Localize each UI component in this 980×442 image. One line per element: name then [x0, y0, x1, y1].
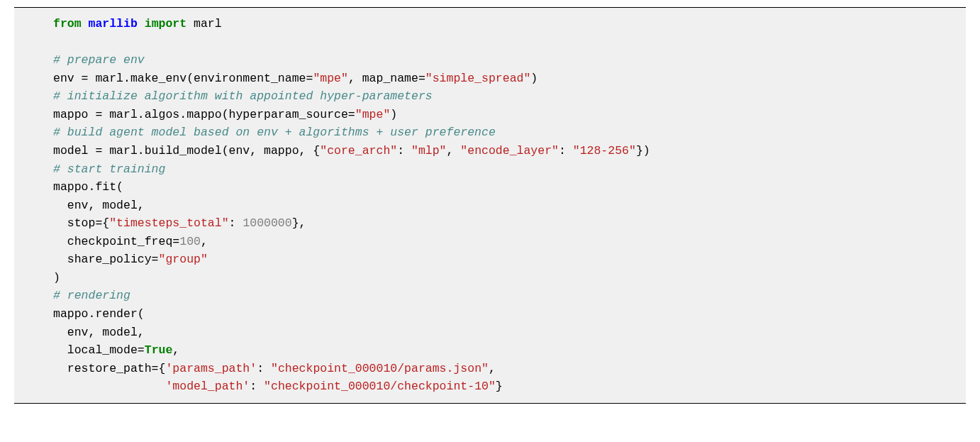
code-token: },	[292, 216, 306, 230]
code-token: )	[53, 271, 60, 284]
code-token: mappo = marl.algos.mappo(hyperparam_sour…	[53, 108, 355, 121]
code-token: "simple_spread"	[425, 72, 531, 85]
code-token: "128-256"	[573, 144, 636, 158]
code-token: })	[636, 144, 650, 158]
code-token: )	[530, 72, 538, 85]
code-token: # build agent model based on env + algor…	[53, 126, 496, 139]
code-token: "checkpoint_000010/params.json"	[271, 362, 489, 375]
code-token: from	[53, 17, 82, 31]
code-token: "mpe"	[355, 108, 391, 121]
code-token: # prepare env	[53, 53, 145, 67]
code-token: "core_arch"	[320, 144, 397, 158]
code-token: mappo.render(	[53, 307, 145, 321]
code-token: marl	[186, 17, 222, 31]
code-token: stop={	[53, 216, 109, 230]
code-token: "mpe"	[313, 72, 348, 85]
code-token: 1000000	[243, 216, 291, 230]
code-token: "encode_layer"	[460, 144, 559, 158]
code-token: mappo.fit(	[53, 180, 123, 194]
code-token: 100	[179, 235, 201, 248]
code-token: checkpoint_freq=	[53, 235, 179, 248]
code-token: env = marl.make_env(environment_name=	[53, 72, 313, 85]
code-token: ,	[172, 343, 179, 357]
code-token: ,	[489, 362, 496, 375]
code-token: restore_path={	[53, 362, 165, 375]
code-token: 'model_path'	[165, 380, 250, 393]
code-token: env, model,	[53, 326, 145, 339]
code-block: from marllib import marl # prepare env e…	[14, 7, 966, 404]
code-token: marllib	[89, 17, 138, 31]
code-token: # initialize algorithm with appointed hy…	[53, 89, 433, 103]
code-token: "checkpoint_000010/checkpoint-10"	[264, 380, 496, 393]
code-token	[53, 380, 165, 393]
code-token: model = marl.build_model(env, mappo, {	[53, 144, 320, 158]
code-token: # rendering	[53, 289, 130, 302]
code-token: , map_name=	[348, 72, 425, 85]
code-token	[138, 17, 145, 31]
code-token: # start training	[53, 162, 165, 176]
code-token: share_policy=	[53, 253, 159, 266]
code-token: }	[496, 380, 503, 393]
code-token: :	[397, 144, 411, 158]
code-token: True	[145, 343, 173, 357]
code-token: local_mode=	[53, 343, 145, 357]
code-token: "timesteps_total"	[109, 216, 228, 230]
code-token: 'params_path'	[165, 362, 257, 375]
code-token: :	[229, 216, 243, 230]
code-token: import	[145, 17, 186, 31]
code-token: "mlp"	[411, 144, 447, 158]
code-token: :	[250, 380, 264, 393]
code-token: "group"	[159, 253, 208, 266]
code-token: ,	[447, 144, 461, 158]
code-token: :	[559, 144, 573, 158]
code-token: ,	[201, 235, 208, 248]
code-token: )	[390, 108, 397, 121]
code-token: :	[257, 362, 271, 375]
code-token: env, model,	[53, 199, 145, 212]
code-token	[82, 17, 89, 31]
